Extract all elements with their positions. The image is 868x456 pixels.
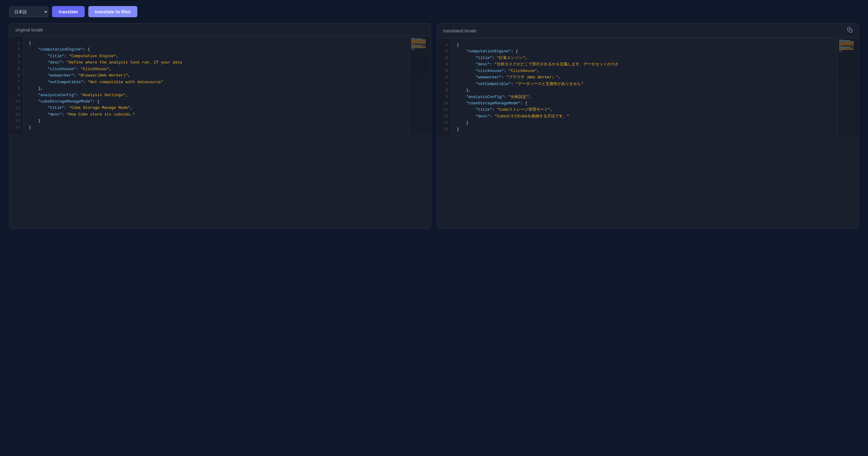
toolbar: 日本語 English 中文 한국어 Español translate tra… — [9, 6, 859, 17]
translated-panel-title: translated locale — [443, 28, 476, 33]
svg-rect-0 — [849, 29, 852, 32]
original-locale-panel: original locale 1 2 3 4 5 6 7 8 9 10 11 … — [9, 23, 431, 229]
translated-code-content: { "computationEngine": { "title": "計算エンジ… — [452, 38, 859, 136]
translated-panel-header: translated locale — [437, 24, 859, 38]
translate-button[interactable]: translate — [52, 6, 85, 17]
copy-icon[interactable] — [847, 27, 852, 34]
translated-locale-panel: translated locale 1 2 3 4 5 6 7 8 9 10 1… — [437, 23, 859, 229]
panels-container: original locale 1 2 3 4 5 6 7 8 9 10 11 … — [9, 23, 859, 229]
original-line-numbers: 1 2 3 4 5 6 7 8 9 10 11 12 13 14 — [9, 36, 24, 134]
original-code-area[interactable]: 1 2 3 4 5 6 7 8 9 10 11 12 13 14 { "comp… — [9, 36, 431, 134]
original-panel-title: original locale — [16, 27, 43, 32]
translated-line-numbers: 1 2 3 4 5 6 7 8 9 10 11 12 13 14 — [437, 38, 452, 136]
original-code-content: { "computationEngine": { "title": "Compu… — [24, 36, 431, 134]
original-minimap — [409, 36, 431, 134]
translate-to-files-button[interactable]: translate to files — [88, 6, 137, 17]
original-panel-header: original locale — [9, 24, 431, 36]
translated-code-area[interactable]: 1 2 3 4 5 6 7 8 9 10 11 12 13 14 { "comp… — [437, 38, 859, 136]
translated-minimap — [837, 38, 859, 136]
language-select[interactable]: 日本語 English 中文 한국어 Español — [9, 6, 49, 17]
